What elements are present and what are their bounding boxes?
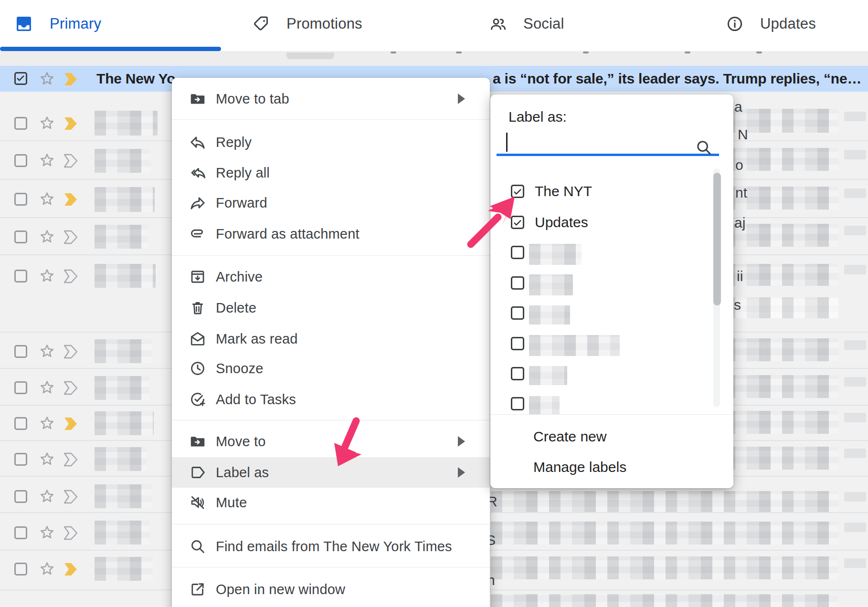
tab-social[interactable]: Social <box>489 0 564 48</box>
tab-label: Promotions <box>286 15 362 32</box>
checkbox-icon[interactable] <box>511 276 524 290</box>
peek-text: N <box>738 126 748 143</box>
star-icon[interactable] <box>38 115 56 132</box>
menu-item-archive[interactable]: Archive <box>172 262 490 292</box>
blurred-date <box>844 558 866 568</box>
importance-marker-icon[interactable] <box>63 269 81 283</box>
row-checkbox[interactable] <box>14 453 27 466</box>
importance-marker-icon[interactable] <box>63 116 81 131</box>
menu-item-forward[interactable]: Forward <box>172 188 490 218</box>
label-icon <box>189 464 206 481</box>
tab-primary[interactable]: Primary <box>14 0 101 48</box>
star-icon[interactable] <box>38 560 56 578</box>
category-tabs: Primary Promotions Social Updates <box>0 0 868 51</box>
checkbox-icon[interactable] <box>511 306 524 320</box>
importance-marker-icon[interactable] <box>63 417 81 431</box>
row-checkbox[interactable] <box>14 345 27 358</box>
menu-item-move-to-tab[interactable]: Move to tab <box>172 84 490 114</box>
blurred-sender <box>95 411 154 435</box>
importance-marker-icon[interactable] <box>63 452 81 467</box>
text-caret <box>506 133 508 152</box>
importance-marker-icon[interactable] <box>63 72 81 86</box>
label-option-updates[interactable]: Updates <box>490 209 733 236</box>
star-icon[interactable] <box>38 190 56 208</box>
star-icon[interactable] <box>38 228 56 246</box>
submenu-separator <box>490 414 733 415</box>
menu-item-mute[interactable]: Mute <box>172 488 490 517</box>
importance-marker-icon[interactable] <box>63 230 81 244</box>
checkbox-icon[interactable] <box>511 246 524 259</box>
importance-marker-icon[interactable] <box>63 192 81 207</box>
importance-marker-icon[interactable] <box>63 381 81 395</box>
manage-labels-button[interactable]: Manage labels <box>490 453 733 481</box>
importance-marker-icon[interactable] <box>63 526 81 540</box>
star-icon[interactable] <box>38 415 56 432</box>
checkbox-icon[interactable] <box>511 367 524 380</box>
peek-text: o <box>735 157 743 173</box>
menu-item-label-as[interactable]: Label as <box>172 457 490 488</box>
row-checkbox[interactable] <box>14 193 27 206</box>
checkbox-checked-icon[interactable] <box>511 216 524 229</box>
blurred-mark <box>685 52 690 53</box>
menu-item-delete[interactable]: Delete <box>172 293 490 323</box>
importance-marker-icon[interactable] <box>63 154 81 168</box>
row-checkbox[interactable] <box>14 490 27 503</box>
star-icon[interactable] <box>38 267 56 285</box>
label-option-blurred[interactable] <box>490 330 733 357</box>
menu-item-add-to-tasks[interactable]: Add to Tasks <box>172 385 490 414</box>
folder-move-icon <box>189 433 206 450</box>
label-search-input[interactable] <box>497 132 719 154</box>
tab-updates[interactable]: Updates <box>726 0 816 48</box>
peek-text: a <box>734 99 742 115</box>
row-checkbox[interactable] <box>14 417 27 430</box>
importance-marker-icon[interactable] <box>63 490 81 504</box>
search-icon[interactable] <box>695 138 713 157</box>
menu-item-find-emails[interactable]: Find emails from The New York Times <box>172 532 490 561</box>
star-icon[interactable] <box>38 524 56 542</box>
menu-separator <box>172 119 490 120</box>
menu-item-move-to[interactable]: Move to <box>172 427 490 456</box>
row-checkbox[interactable] <box>14 154 27 167</box>
star-icon[interactable] <box>38 343 56 360</box>
checkbox-checked-icon[interactable] <box>511 185 524 198</box>
star-icon[interactable] <box>38 450 56 468</box>
peek-text: s <box>734 297 741 313</box>
tab-promotions[interactable]: Promotions <box>252 0 362 48</box>
row-checkbox[interactable] <box>14 270 27 283</box>
star-icon[interactable] <box>38 152 56 169</box>
label-option-blurred[interactable] <box>490 300 733 326</box>
menu-item-reply[interactable]: Reply <box>172 127 490 157</box>
checkbox-icon[interactable] <box>511 397 524 410</box>
row-checkbox[interactable] <box>14 117 27 130</box>
row-checkbox[interactable] <box>14 381 27 394</box>
label-option-blurred[interactable] <box>490 390 733 414</box>
blurred-date <box>844 340 866 350</box>
row-checkbox[interactable] <box>14 526 27 539</box>
importance-marker-icon[interactable] <box>63 562 81 576</box>
menu-item-reply-all[interactable]: Reply all <box>172 158 490 188</box>
blurred-date <box>844 188 866 198</box>
star-icon[interactable] <box>38 379 56 397</box>
scrollbar-thumb[interactable] <box>713 173 721 305</box>
menu-item-mark-as-read[interactable]: Mark as read <box>172 324 490 354</box>
menu-item-open-in-new-window[interactable]: Open in new window <box>172 575 490 604</box>
star-icon[interactable] <box>38 70 56 88</box>
row-checkbox[interactable] <box>14 563 27 576</box>
blurred-sender <box>95 149 151 173</box>
star-icon[interactable] <box>38 488 56 505</box>
blurred-sender <box>95 225 148 249</box>
checkbox-icon[interactable] <box>511 337 524 350</box>
blurred-snippet <box>491 491 838 513</box>
label-option-blurred[interactable] <box>490 270 733 296</box>
label-option-blurred[interactable] <box>490 239 733 266</box>
blurred-chip <box>286 52 334 59</box>
row-checkbox-checked[interactable] <box>14 72 27 85</box>
menu-item-forward-as-attachment[interactable]: Forward as attachment <box>172 219 490 249</box>
menu-item-snooze[interactable]: Snooze <box>172 354 490 383</box>
label-option-blurred[interactable] <box>490 360 733 387</box>
label-option-the-nyt[interactable]: The NYT <box>490 178 733 205</box>
importance-marker-icon[interactable] <box>63 345 81 359</box>
row-checkbox[interactable] <box>14 230 27 243</box>
create-new-button[interactable]: Create new <box>490 423 733 450</box>
active-tab-indicator <box>0 47 221 51</box>
